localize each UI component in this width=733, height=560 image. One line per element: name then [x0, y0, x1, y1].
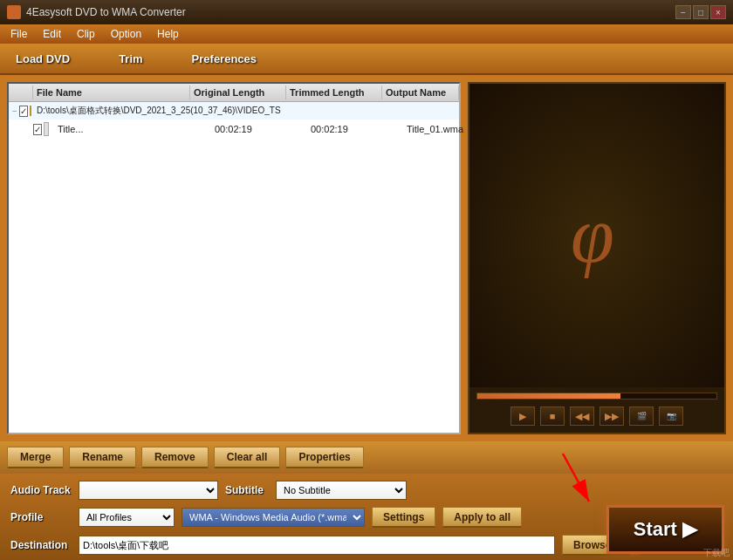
preview-panel: φ ▶ ■ ◀◀ ▶▶ 🎬 📷 — [468, 82, 726, 434]
toolbar: Load DVD Trim Preferences — [0, 44, 733, 75]
col-orig-length: Original Length — [190, 85, 286, 99]
subtitle-label: Subtitle — [225, 484, 269, 496]
destination-label: Destination — [10, 539, 72, 551]
preview-controls: ▶ ■ ◀◀ ▶▶ 🎬 📷 — [469, 387, 724, 433]
play-button[interactable]: ▶ — [510, 406, 535, 426]
trimmed-length: 00:02:19 — [307, 122, 403, 136]
col-filename: File Name — [33, 85, 190, 99]
titlebar: 4Easysoft DVD to WMA Converter − □ × — [0, 0, 733, 24]
destination-input[interactable] — [79, 536, 555, 555]
apply-to-all-button[interactable]: Apply to all — [442, 507, 522, 528]
progress-bar[interactable] — [476, 393, 717, 400]
format-select[interactable]: WMA - Windows Media Audio (*.wma) — [182, 508, 365, 527]
file-name: Title... — [54, 122, 211, 136]
table-row[interactable]: − D:\tools\桌面格式转换\DVD_2021_3_25(10_37_46… — [9, 102, 459, 120]
load-dvd-button[interactable]: Load DVD — [9, 49, 77, 69]
close-button[interactable]: × — [710, 5, 726, 19]
properties-button[interactable]: Properties — [285, 447, 363, 468]
file-panel: File Name Original Length Trimmed Length… — [7, 82, 461, 434]
table-row[interactable]: Title... 00:02:19 00:02:19 Title_01.wma — [9, 120, 459, 139]
preview-video: φ — [469, 84, 724, 387]
row-checkbox[interactable] — [33, 124, 42, 135]
file-table-header: File Name Original Length Trimmed Length… — [9, 84, 459, 102]
row-checkbox[interactable] — [19, 106, 28, 117]
preferences-button[interactable]: Preferences — [185, 49, 264, 69]
profile-label: Profile — [10, 511, 72, 523]
file-icon — [44, 122, 49, 136]
expand-icon[interactable]: − — [12, 106, 17, 116]
minimize-button[interactable]: − — [675, 5, 691, 19]
folder-icon — [30, 106, 31, 116]
stop-button[interactable]: ■ — [540, 406, 565, 426]
rename-button[interactable]: Rename — [69, 447, 136, 468]
main-content: File Name Original Length Trimmed Length… — [0, 75, 733, 441]
svg-text:φ: φ — [571, 192, 614, 278]
subtitle-select[interactable]: No Subtitle — [276, 481, 407, 500]
playback-controls: ▶ ■ ◀◀ ▶▶ 🎬 📷 — [473, 403, 721, 429]
clear-all-button[interactable]: Clear all — [214, 447, 281, 468]
trim-button[interactable]: Trim — [112, 49, 149, 69]
screenshot-button[interactable]: 📷 — [659, 406, 683, 426]
bottom-wrapper: Audio Track Subtitle No Subtitle Profile… — [0, 474, 733, 560]
watermark: 下载吧 — [703, 547, 730, 559]
output-name: Title_01.wma — [403, 122, 467, 136]
col-output-name: Output Name — [382, 85, 459, 99]
folder-path: D:\tools\桌面格式转换\DVD_2021_3_25(10_37_46)\… — [33, 103, 459, 119]
orig-length: 00:02:19 — [211, 122, 307, 136]
progress-fill — [477, 393, 620, 399]
capture-button[interactable]: 🎬 — [629, 406, 654, 426]
menubar: File Edit Clip Option Help — [0, 24, 733, 44]
merge-button[interactable]: Merge — [7, 447, 64, 468]
maximize-button[interactable]: □ — [693, 5, 709, 19]
action-row: Merge Rename Remove Clear all Properties — [0, 441, 733, 474]
settings-button[interactable]: Settings — [372, 507, 435, 528]
settings-row-1: Audio Track Subtitle No Subtitle — [10, 481, 723, 500]
window-title: 4Easysoft DVD to WMA Converter — [26, 6, 186, 18]
rewind-button[interactable]: ◀◀ — [570, 406, 594, 426]
menu-clip[interactable]: Clip — [70, 26, 102, 42]
profile-select[interactable]: All Profiles — [79, 508, 175, 527]
menu-edit[interactable]: Edit — [36, 26, 68, 42]
col-trim-length: Trimmed Length — [286, 85, 382, 99]
app-icon — [7, 5, 21, 19]
audio-track-label: Audio Track — [10, 484, 72, 496]
menu-help[interactable]: Help — [150, 26, 186, 42]
audio-track-select[interactable] — [79, 481, 218, 500]
menu-file[interactable]: File — [3, 26, 34, 42]
menu-option[interactable]: Option — [104, 26, 148, 42]
forward-button[interactable]: ▶▶ — [599, 406, 624, 426]
preview-logo: φ — [553, 192, 641, 279]
remove-button[interactable]: Remove — [141, 447, 209, 468]
